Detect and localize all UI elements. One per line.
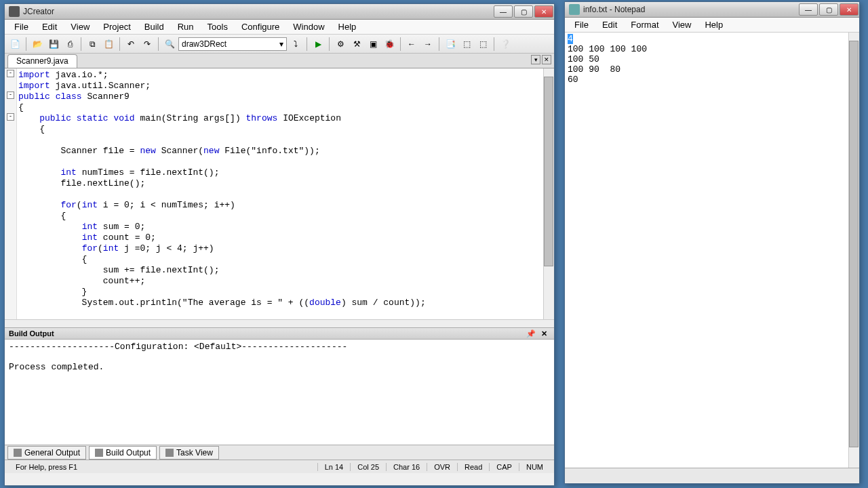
fold-icon[interactable]: - (7, 113, 14, 121)
copy-icon[interactable]: ⧉ (85, 37, 100, 52)
text-content: 100 100 100 100 100 50 100 90 80 60 (568, 44, 647, 85)
menu-project[interactable]: Project (96, 20, 137, 34)
titlebar[interactable]: info.txt - Notepad — ▢ ✕ (565, 2, 859, 18)
build-icon[interactable]: ⚒ (349, 37, 364, 52)
menubar: File Edit View Project Build Run Tools C… (5, 20, 554, 35)
notepad-icon (569, 4, 580, 15)
menu-view[interactable]: View (64, 20, 96, 34)
maximize-button[interactable]: ▢ (514, 5, 533, 18)
tab-general-output[interactable]: General Output (7, 446, 86, 460)
find-icon[interactable]: 🔍 (162, 37, 177, 52)
output-tabs: General Output Build Output Task View (5, 445, 554, 460)
compile-icon[interactable]: ⚙ (333, 37, 348, 52)
save-icon[interactable]: 💾 (46, 37, 61, 52)
help-icon[interactable]: ❔ (498, 37, 513, 52)
fold-icon[interactable]: - (7, 92, 14, 99)
open-icon[interactable]: 📂 (30, 37, 45, 52)
minimize-button[interactable]: — (799, 3, 818, 16)
paste-icon[interactable]: 📋 (101, 37, 116, 52)
horizontal-scrollbar[interactable] (5, 319, 554, 327)
maximize-button[interactable]: ▢ (819, 3, 838, 16)
editor-tabbar: Scanner9.java ▾ ✕ (5, 54, 554, 68)
menubar: File Edit Format View Help (565, 18, 859, 33)
run-icon[interactable]: ▶ (311, 37, 326, 52)
app-icon (9, 6, 20, 17)
execute-icon[interactable]: ▣ (366, 37, 380, 52)
fold-icon[interactable]: - (7, 70, 14, 77)
fold-gutter: - - - (5, 68, 17, 327)
minimize-button[interactable]: — (494, 5, 513, 18)
menu-configure[interactable]: Configure (235, 20, 286, 34)
member-combo[interactable]: draw3DRect▾ (178, 37, 287, 51)
window-title: info.txt - Notepad (583, 5, 798, 14)
saveall-icon[interactable]: ⎙ (62, 37, 77, 52)
status-col: Col 25 (350, 463, 386, 471)
panel-title-text: Build Output (9, 329, 54, 338)
back-icon[interactable]: ← (404, 37, 419, 52)
titlebar[interactable]: JCreator — ▢ ✕ (5, 4, 554, 20)
code-text[interactable]: import java.io.*; import java.util.Scann… (18, 70, 426, 308)
toolbar: 📄 📂 💾 ⎙ ⧉ 📋 ↶ ↷ 🔍 draw3DRect▾ ⤵ ▶ ⚙ ⚒ ▣ … (5, 35, 554, 54)
selected-text: 4 (568, 34, 573, 44)
file-tab[interactable]: Scanner9.java (7, 54, 77, 68)
menu-edit[interactable]: Edit (35, 20, 64, 34)
vertical-scrollbar[interactable] (848, 33, 859, 468)
scroll-thumb[interactable] (544, 77, 553, 266)
tab-task-view[interactable]: Task View (159, 446, 219, 460)
status-char: Char 16 (386, 463, 427, 471)
output-icon (95, 449, 103, 457)
menu-view[interactable]: View (666, 18, 698, 32)
menu-run[interactable]: Run (171, 20, 201, 34)
notepad-window: info.txt - Notepad — ▢ ✕ File Edit Forma… (564, 1, 860, 484)
debug-icon[interactable]: 🐞 (382, 37, 397, 52)
nav1-icon[interactable]: ⬚ (459, 37, 474, 52)
close-button[interactable]: ✕ (534, 5, 553, 18)
build-output[interactable]: --------------------Configuration: <Defa… (5, 340, 554, 445)
status-cap: CAP (489, 463, 519, 471)
notepad-text[interactable]: 4 100 100 100 100 100 50 100 90 80 60 (565, 33, 859, 468)
undo-icon[interactable]: ↶ (123, 37, 138, 52)
menu-help[interactable]: Help (332, 20, 363, 34)
menu-build[interactable]: Build (138, 20, 171, 34)
new-icon[interactable]: 📄 (7, 37, 22, 52)
window-title: JCreator (23, 7, 493, 16)
menu-window[interactable]: Window (286, 20, 331, 34)
output-panel-title: Build Output 📌 ✕ (5, 327, 554, 340)
panel-pin-icon[interactable]: 📌 (524, 329, 538, 338)
vertical-scrollbar[interactable] (543, 68, 554, 327)
menu-file[interactable]: File (7, 20, 35, 34)
code-editor[interactable]: - - - import java.io.*; import java.util… (5, 68, 554, 327)
status-help: For Help, press F1 (9, 463, 317, 471)
redo-icon[interactable]: ↷ (140, 37, 155, 52)
fwd-icon[interactable]: → (420, 37, 435, 52)
statusbar (565, 468, 859, 483)
tab-build-output[interactable]: Build Output (89, 446, 157, 460)
menu-tools[interactable]: Tools (201, 20, 235, 34)
goto-icon[interactable]: ⤵ (288, 37, 303, 52)
output-icon (14, 449, 22, 457)
jcreator-window: JCreator — ▢ ✕ File Edit View Project Bu… (4, 3, 555, 486)
status-ovr: OVR (427, 463, 457, 471)
tab-close-icon[interactable]: ✕ (542, 55, 551, 64)
nav2-icon[interactable]: ⬚ (475, 37, 490, 52)
status-num: NUM (519, 463, 550, 471)
scroll-thumb[interactable] (849, 41, 859, 447)
statusbar: For Help, press F1 Ln 14 Col 25 Char 16 … (5, 460, 554, 473)
task-icon (165, 449, 174, 457)
status-line: Ln 14 (317, 463, 351, 471)
panel-close-icon[interactable]: ✕ (538, 329, 550, 338)
menu-format[interactable]: Format (624, 18, 665, 32)
status-read: Read (457, 463, 489, 471)
close-button[interactable]: ✕ (840, 3, 859, 16)
menu-help[interactable]: Help (698, 18, 730, 32)
menu-edit[interactable]: Edit (595, 18, 624, 32)
bookmark-icon[interactable]: 📑 (443, 37, 458, 52)
tab-dropdown-icon[interactable]: ▾ (531, 55, 540, 64)
menu-file[interactable]: File (568, 18, 595, 32)
